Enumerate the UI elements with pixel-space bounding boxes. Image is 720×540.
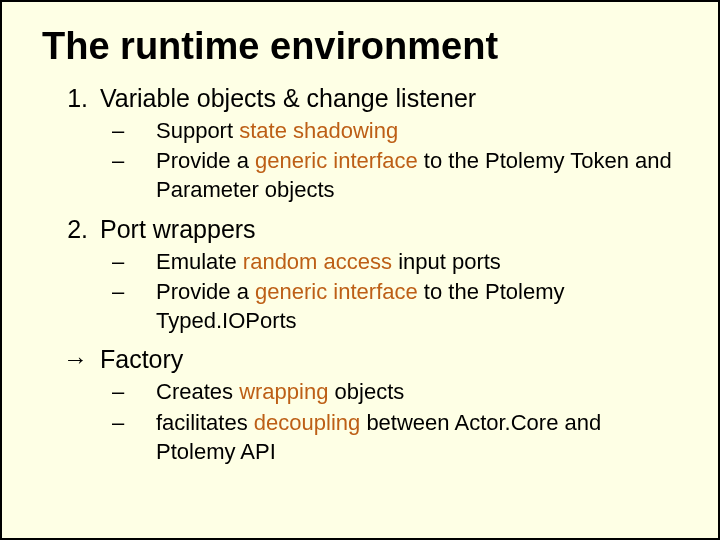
sub-item: – Support state shadowing xyxy=(42,117,682,146)
accent-text: generic interface xyxy=(255,148,418,173)
item-heading: Variable objects & change listener xyxy=(100,84,682,113)
list-item: 2. Port wrappers – Emulate random access… xyxy=(42,215,682,336)
dash-icon: – xyxy=(100,248,156,277)
sublist: – Support state shadowing – Provide a ge… xyxy=(42,117,682,205)
dash-icon: – xyxy=(100,378,156,407)
item-heading: Factory xyxy=(100,345,682,374)
accent-text: decoupling xyxy=(254,410,360,435)
item-number: 2. xyxy=(42,215,100,244)
sublist: – Emulate random access input ports – Pr… xyxy=(42,248,682,336)
accent-text: generic interface xyxy=(255,279,418,304)
dash-icon: – xyxy=(100,278,156,307)
accent-text: state shadowing xyxy=(239,118,398,143)
sub-item: – facilitates decoupling between Actor.C… xyxy=(42,409,682,466)
sub-text: Creates wrapping objects xyxy=(156,378,682,407)
sub-text: Provide a generic interface to the Ptole… xyxy=(156,278,682,335)
dash-icon: – xyxy=(100,117,156,146)
sub-item: – Emulate random access input ports xyxy=(42,248,682,277)
item-heading: Port wrappers xyxy=(100,215,682,244)
sub-text: Emulate random access input ports xyxy=(156,248,682,277)
sub-text: Provide a generic interface to the Ptole… xyxy=(156,147,682,204)
accent-text: random access xyxy=(243,249,392,274)
sub-item: – Provide a generic interface to the Pto… xyxy=(42,147,682,204)
item-number: 1. xyxy=(42,84,100,113)
list-item: 1. Variable objects & change listener – … xyxy=(42,84,682,205)
arrow-icon: → xyxy=(42,345,100,374)
accent-text: wrapping xyxy=(239,379,328,404)
dash-icon: – xyxy=(100,147,156,176)
sub-item: – Provide a generic interface to the Pto… xyxy=(42,278,682,335)
sub-text: facilitates decoupling between Actor.Cor… xyxy=(156,409,682,466)
dash-icon: – xyxy=(100,409,156,438)
sublist: – Creates wrapping objects – facilitates… xyxy=(42,378,682,466)
sub-item: – Creates wrapping objects xyxy=(42,378,682,407)
sub-text: Support state shadowing xyxy=(156,117,682,146)
slide-title: The runtime environment xyxy=(42,26,682,68)
list-item: → Factory – Creates wrapping objects – f… xyxy=(42,345,682,466)
slide: The runtime environment 1. Variable obje… xyxy=(2,2,718,538)
